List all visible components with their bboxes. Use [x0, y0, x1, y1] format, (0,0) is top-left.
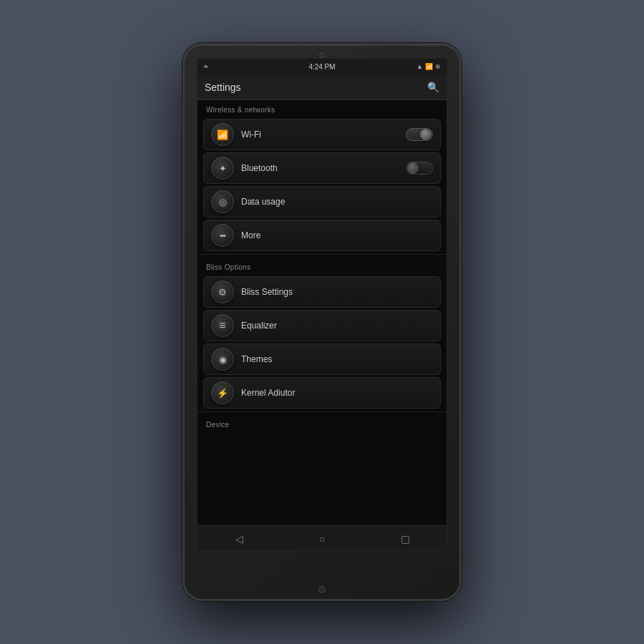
status-icons: ▲ 📶 ⊕	[416, 63, 441, 70]
equalizer-icon: ≡	[211, 314, 234, 337]
settings-content: Wireless & networks 📶 Wi-Fi ✦ Bluetooth …	[197, 100, 447, 525]
tablet-frame: ❧ 4:24 PM ▲ 📶 ⊕ Settings 🔍 Wireless & ne…	[182, 43, 462, 601]
nav-bar: ◁ ○ ▢	[197, 525, 447, 551]
kernel-icon: ⚡	[211, 381, 234, 404]
signal-icon: ▲	[416, 63, 423, 70]
home-button-physical[interactable]	[318, 586, 326, 593]
status-logo: ❧	[203, 63, 209, 70]
wifi-icon: 📶	[211, 123, 234, 146]
settings-item-equalizer[interactable]: ≡ Equalizer	[203, 310, 441, 341]
wifi-toggle-thumb	[420, 129, 431, 140]
recent-button[interactable]: ▢	[394, 528, 416, 550]
equalizer-label: Equalizer	[241, 321, 433, 331]
data-usage-label: Data usage	[241, 197, 433, 207]
bliss-settings-label: Bliss Settings	[241, 287, 433, 297]
settings-item-bluetooth[interactable]: ✦ Bluetooth	[203, 152, 441, 184]
bluetooth-toggle[interactable]	[406, 162, 433, 175]
section-header-device: Device	[197, 415, 447, 431]
battery-icon: ⊕	[435, 63, 441, 70]
action-bar: Settings 🔍	[197, 74, 447, 100]
section-divider-1	[197, 254, 447, 255]
settings-item-more[interactable]: ••• More	[203, 220, 441, 251]
data-usage-icon: ◎	[211, 190, 234, 213]
camera-dot	[319, 52, 325, 58]
kernel-label: Kernel Adiutor	[241, 388, 433, 398]
status-bar: ❧ 4:24 PM ▲ 📶 ⊕	[197, 59, 447, 74]
page-title: Settings	[205, 82, 241, 93]
settings-item-themes[interactable]: ◉ Themes	[203, 343, 441, 375]
bluetooth-label: Bluetooth	[241, 163, 406, 173]
status-time: 4:24 PM	[308, 63, 335, 71]
themes-label: Themes	[241, 354, 433, 364]
settings-item-data-usage[interactable]: ◎ Data usage	[203, 186, 441, 218]
bliss-settings-icon: ⚙	[211, 280, 234, 303]
settings-item-kernel[interactable]: ⚡ Kernel Adiutor	[203, 377, 441, 409]
wifi-status-icon: 📶	[425, 63, 433, 70]
section-header-bliss: Bliss Options	[197, 258, 447, 274]
settings-item-bliss-settings[interactable]: ⚙ Bliss Settings	[203, 276, 441, 308]
settings-item-wifi[interactable]: 📶 Wi-Fi	[203, 119, 441, 150]
wifi-toggle[interactable]	[406, 128, 433, 141]
more-label: More	[241, 230, 433, 240]
section-header-wireless: Wireless & networks	[197, 100, 447, 117]
section-divider-2	[197, 411, 447, 412]
bluetooth-toggle-thumb	[407, 162, 419, 174]
tablet-screen: ❧ 4:24 PM ▲ 📶 ⊕ Settings 🔍 Wireless & ne…	[197, 58, 447, 552]
status-left: ❧	[203, 63, 209, 70]
back-button[interactable]: ◁	[228, 528, 250, 550]
wifi-label: Wi-Fi	[241, 130, 406, 140]
search-button[interactable]: 🔍	[427, 82, 439, 93]
bluetooth-icon: ✦	[211, 157, 234, 180]
themes-icon: ◉	[211, 348, 234, 371]
home-button[interactable]: ○	[311, 528, 333, 550]
more-icon: •••	[211, 224, 234, 247]
